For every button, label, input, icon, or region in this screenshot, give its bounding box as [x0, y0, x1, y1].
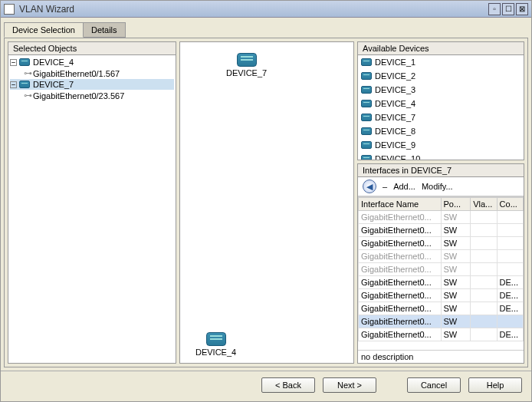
- switch-icon: [361, 58, 372, 66]
- switch-icon: [19, 58, 30, 66]
- modify-button[interactable]: Modify...: [422, 182, 453, 191]
- cell-name: GigabitEthernet0...: [359, 315, 442, 328]
- selected-objects-header: Selected Objects: [8, 42, 176, 55]
- tree-label: GigabitEthernet0/1.567: [33, 69, 120, 78]
- interfaces-header: Interfaces in DEVICE_7: [358, 164, 524, 177]
- next-button[interactable]: Next >: [323, 377, 376, 393]
- table-row[interactable]: GigabitEthernet0...SW: [359, 250, 524, 263]
- cell-vlan: [471, 289, 497, 302]
- interfaces-table: Interface Name Po... Vla... Co... Gigabi…: [358, 197, 524, 341]
- cell-conn: [497, 250, 523, 263]
- cell-vlan: [471, 250, 497, 263]
- topology-canvas[interactable]: DEVICE_7 DEVICE_4: [179, 41, 354, 364]
- table-row[interactable]: GigabitEthernet0...SWDE...: [359, 328, 524, 341]
- device-list-label: DEVICE_1: [375, 58, 415, 67]
- cell-name: GigabitEthernet0...: [359, 237, 442, 250]
- list-item[interactable]: DEVICE_3: [358, 83, 524, 97]
- table-row[interactable]: GigabitEthernet0...SW: [359, 263, 524, 276]
- list-item[interactable]: DEVICE_2: [358, 69, 524, 83]
- cell-port: SW: [441, 211, 471, 224]
- table-row[interactable]: GigabitEthernet0...SW: [359, 211, 524, 224]
- device-list-label: DEVICE_9: [375, 140, 415, 150]
- list-item[interactable]: DEVICE_7: [358, 110, 524, 124]
- tree-label: DEVICE_4: [33, 58, 74, 67]
- table-row[interactable]: GigabitEthernet0...SW: [359, 224, 524, 237]
- minimize-internal-icon[interactable]: ▫: [488, 3, 501, 15]
- cell-conn: DE...: [497, 328, 523, 341]
- cell-vlan: [471, 315, 497, 328]
- cell-name: GigabitEthernet0...: [359, 224, 442, 237]
- cell-name: GigabitEthernet0...: [359, 263, 442, 276]
- cell-port: SW: [441, 263, 471, 276]
- switch-icon: [206, 332, 226, 346]
- close-icon[interactable]: ⊠: [516, 3, 528, 15]
- collapse-icon[interactable]: −: [10, 81, 17, 88]
- maximize-icon[interactable]: ☐: [502, 3, 514, 15]
- canvas-node[interactable]: DEVICE_4: [195, 332, 236, 357]
- cell-port: SW: [441, 289, 471, 302]
- cell-name: GigabitEthernet0...: [359, 302, 442, 315]
- table-row[interactable]: GigabitEthernet0...SW: [359, 315, 524, 328]
- tab-details[interactable]: Details: [83, 22, 126, 38]
- col-port[interactable]: Po...: [441, 198, 471, 211]
- cancel-button[interactable]: Cancel: [407, 377, 461, 393]
- cell-name: GigabitEthernet0...: [359, 328, 442, 341]
- col-conn[interactable]: Co...: [497, 198, 523, 211]
- back-button[interactable]: < Back: [261, 377, 315, 393]
- help-button[interactable]: Help: [468, 377, 522, 393]
- canvas-node[interactable]: DEVICE_7: [226, 53, 267, 77]
- toolbar-dash[interactable]: –: [383, 182, 387, 191]
- tree-label: DEVICE_7: [33, 80, 74, 89]
- interfaces-table-wrap[interactable]: Interface Name Po... Vla... Co... Gigabi…: [358, 196, 524, 350]
- collapse-icon[interactable]: −: [10, 59, 17, 66]
- description-bar: no description: [358, 350, 524, 363]
- add-button[interactable]: Add...: [393, 182, 415, 191]
- cell-conn: DE...: [497, 289, 523, 302]
- device-list-label: DEVICE_4: [375, 99, 415, 108]
- cell-conn: DE...: [497, 302, 523, 315]
- cell-port: SW: [441, 302, 471, 315]
- tree-node-interface[interactable]: ⊶ GigabitEthernet0/23.567: [10, 90, 174, 101]
- table-row[interactable]: GigabitEthernet0...SW: [359, 237, 524, 250]
- cell-vlan: [471, 263, 497, 276]
- switch-icon: [361, 141, 372, 149]
- tab-device-selection[interactable]: Device Selection: [4, 22, 84, 38]
- col-interface-name[interactable]: Interface Name: [359, 198, 442, 211]
- tree-node-interface[interactable]: ⊶ GigabitEthernet0/1.567: [10, 68, 174, 79]
- table-row[interactable]: GigabitEthernet0...SWDE...: [359, 302, 524, 315]
- cell-conn: [497, 211, 523, 224]
- switch-icon: [361, 72, 372, 80]
- cell-vlan: [471, 276, 497, 289]
- switch-icon: [361, 114, 372, 121]
- tab-strip: Device Selection Details: [4, 21, 528, 38]
- selected-objects-tree[interactable]: − DEVICE_4 ⊶ GigabitEthernet0/1.567 − DE…: [8, 55, 176, 363]
- list-item[interactable]: DEVICE_4: [358, 97, 524, 110]
- cell-vlan: [471, 237, 497, 250]
- cell-name: GigabitEthernet0...: [359, 211, 442, 224]
- tree-node-device[interactable]: − DEVICE_7: [10, 79, 174, 90]
- switch-icon: [361, 86, 372, 94]
- device-list-label: DEVICE_3: [375, 85, 415, 94]
- cell-port: SW: [441, 237, 471, 250]
- interfaces-toolbar: ◀ – Add... Modify...: [358, 177, 524, 196]
- list-item[interactable]: DEVICE_8: [358, 124, 524, 138]
- list-item[interactable]: DEVICE_9: [358, 138, 524, 152]
- cell-conn: [497, 224, 523, 237]
- table-row[interactable]: GigabitEthernet0...SWDE...: [359, 276, 524, 289]
- switch-icon: [361, 127, 372, 135]
- table-row[interactable]: GigabitEthernet0...SWDE...: [359, 289, 524, 302]
- col-vlan[interactable]: Vla...: [471, 198, 497, 211]
- canvas-node-label: DEVICE_7: [226, 68, 267, 77]
- cell-port: SW: [441, 276, 471, 289]
- available-devices-header: Available Devices: [358, 42, 524, 55]
- available-devices-list[interactable]: DEVICE_1DEVICE_2DEVICE_3DEVICE_4DEVICE_7…: [358, 55, 524, 160]
- cell-conn: DE...: [497, 276, 523, 289]
- cell-name: GigabitEthernet0...: [359, 289, 442, 302]
- tree-node-device[interactable]: − DEVICE_4: [10, 57, 174, 68]
- list-item[interactable]: DEVICE_10: [358, 152, 524, 160]
- back-nav-icon[interactable]: ◀: [363, 180, 376, 193]
- cell-conn: [497, 315, 523, 328]
- list-item[interactable]: DEVICE_1: [358, 55, 524, 69]
- cell-vlan: [471, 224, 497, 237]
- device-list-label: DEVICE_10: [375, 154, 420, 160]
